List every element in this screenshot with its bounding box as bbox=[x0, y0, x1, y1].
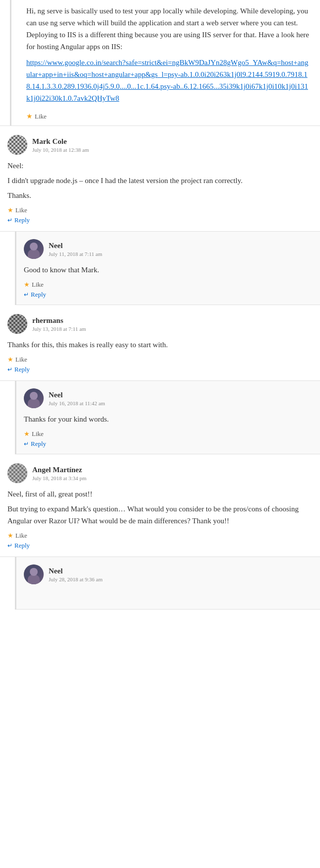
comment-text: Neel: I didn't upgrade node.js – once I … bbox=[7, 160, 313, 201]
author-row: Neel July 28, 2018 at 9:36 am bbox=[24, 564, 313, 584]
author-name: Neel bbox=[49, 391, 105, 399]
author-row: Mark Cole July 10, 2018 at 12:38 am bbox=[7, 135, 313, 155]
author-info: rhermans July 13, 2018 at 7:11 am bbox=[32, 316, 86, 332]
reply-button[interactable]: ↵ Reply bbox=[24, 291, 313, 299]
reply-text: Good to know that Mark. bbox=[24, 264, 313, 276]
reply-button[interactable]: ↵ Reply bbox=[7, 366, 313, 373]
like-label: Like bbox=[15, 532, 27, 540]
author-info: Neel July 28, 2018 at 9:36 am bbox=[49, 567, 103, 582]
author-info: Neel July 11, 2018 at 7:11 am bbox=[49, 242, 102, 257]
like-button[interactable]: ★ Like bbox=[7, 532, 313, 540]
like-label: Like bbox=[15, 356, 27, 364]
reply-button[interactable]: ↵ Reply bbox=[24, 440, 313, 448]
top-like-button[interactable]: ★ Like bbox=[26, 112, 47, 121]
reply-arrow-icon: ↵ bbox=[24, 291, 29, 299]
author-info: Mark Cole July 10, 2018 at 12:38 am bbox=[32, 137, 89, 153]
author-row: Neel July 16, 2018 at 11:42 am bbox=[24, 388, 313, 408]
author-row: Angel Martínez July 18, 2018 at 3:34 pm bbox=[7, 463, 313, 483]
like-label: Like bbox=[15, 206, 27, 214]
reply-label: Reply bbox=[31, 291, 46, 299]
comment-angel-martinez: Angel Martínez July 18, 2018 at 3:34 pm … bbox=[0, 454, 320, 557]
reply-arrow-icon: ↵ bbox=[7, 366, 12, 373]
top-comment-text: Hi, ng serve is basically used to test y… bbox=[26, 5, 310, 53]
comment-actions: ★ Like ↵ Reply bbox=[7, 532, 313, 550]
reply-neel-3: Neel July 28, 2018 at 9:36 am bbox=[15, 557, 320, 610]
comment-rhermans: rhermans July 13, 2018 at 7:11 am Thanks… bbox=[0, 305, 320, 381]
reply-label: Reply bbox=[31, 440, 46, 448]
comment-actions: ★ Like ↵ Reply bbox=[24, 430, 313, 448]
comment-actions: ★ Like ↵ Reply bbox=[24, 281, 313, 299]
reply-neel-1: Neel July 11, 2018 at 7:11 am Good to kn… bbox=[15, 232, 320, 305]
reply-text: Thanks for your kind words. bbox=[24, 413, 313, 425]
avatar-rhermans bbox=[7, 314, 27, 334]
comment-text: Thanks for your kind words. bbox=[24, 413, 313, 425]
author-row: Neel July 11, 2018 at 7:11 am bbox=[24, 239, 313, 259]
like-button[interactable]: ★ Like bbox=[7, 356, 313, 364]
comment-date: July 28, 2018 at 9:36 am bbox=[49, 576, 103, 582]
comment-actions: ★ Like ↵ Reply bbox=[7, 356, 313, 373]
comment-text: Thanks for this, this makes is really ea… bbox=[7, 339, 313, 351]
star-icon: ★ bbox=[7, 206, 13, 214]
comment-text: Neel, first of all, great post!! But try… bbox=[7, 488, 313, 527]
reply-arrow-icon: ↵ bbox=[7, 217, 12, 224]
avatar-mark-cole bbox=[7, 135, 27, 155]
like-button[interactable]: ★ Like bbox=[24, 430, 313, 438]
star-icon: ★ bbox=[24, 281, 30, 289]
author-name: rhermans bbox=[32, 316, 86, 325]
comment-date: July 16, 2018 at 11:42 am bbox=[49, 400, 105, 406]
star-icon: ★ bbox=[24, 430, 30, 438]
comment-mark-cole: Mark Cole July 10, 2018 at 12:38 am Neel… bbox=[0, 126, 320, 232]
reply-label: Reply bbox=[14, 216, 30, 224]
star-icon: ★ bbox=[26, 112, 33, 121]
avatar-neel bbox=[24, 239, 44, 259]
comment-actions: ★ Like ↵ Reply bbox=[7, 206, 313, 224]
comment-date: July 10, 2018 at 12:38 am bbox=[32, 147, 89, 153]
star-icon: ★ bbox=[7, 356, 13, 364]
star-icon: ★ bbox=[7, 532, 13, 540]
top-comment-block: Hi, ng serve is basically used to test y… bbox=[10, 0, 320, 125]
reply-button[interactable]: ↵ Reply bbox=[7, 216, 313, 224]
author-row: rhermans July 13, 2018 at 7:11 am bbox=[7, 314, 313, 334]
comment-text: Good to know that Mark. bbox=[24, 264, 313, 276]
like-label: Like bbox=[32, 430, 44, 438]
reply-label: Reply bbox=[14, 542, 30, 550]
author-info: Neel July 16, 2018 at 11:42 am bbox=[49, 391, 105, 406]
reply-button[interactable]: ↵ Reply bbox=[7, 542, 313, 550]
author-name: Mark Cole bbox=[32, 137, 89, 146]
avatar-neel bbox=[24, 388, 44, 408]
comment-date: July 18, 2018 at 3:34 pm bbox=[32, 475, 86, 481]
like-button[interactable]: ★ Like bbox=[7, 206, 313, 214]
author-name: Neel bbox=[49, 242, 102, 250]
reply-label: Reply bbox=[14, 366, 30, 373]
like-label: Like bbox=[32, 281, 44, 289]
author-name: Angel Martínez bbox=[32, 466, 86, 474]
avatar-neel bbox=[24, 564, 44, 584]
top-like-label: Like bbox=[35, 113, 47, 121]
like-button[interactable]: ★ Like bbox=[24, 281, 313, 289]
reply-arrow-icon: ↵ bbox=[7, 542, 12, 550]
reply-arrow-icon: ↵ bbox=[24, 440, 29, 448]
author-info: Angel Martínez July 18, 2018 at 3:34 pm bbox=[32, 466, 86, 481]
author-name: Neel bbox=[49, 567, 103, 575]
top-comment-link[interactable]: https://www.google.co.in/search?safe=str… bbox=[26, 59, 308, 102]
comment-date: July 11, 2018 at 7:11 am bbox=[49, 251, 102, 257]
avatar-angel bbox=[7, 463, 27, 483]
reply-neel-2: Neel July 16, 2018 at 11:42 am Thanks fo… bbox=[15, 381, 320, 454]
comments-section: Mark Cole July 10, 2018 at 12:38 am Neel… bbox=[0, 125, 320, 610]
comment-date: July 13, 2018 at 7:11 am bbox=[32, 326, 86, 332]
